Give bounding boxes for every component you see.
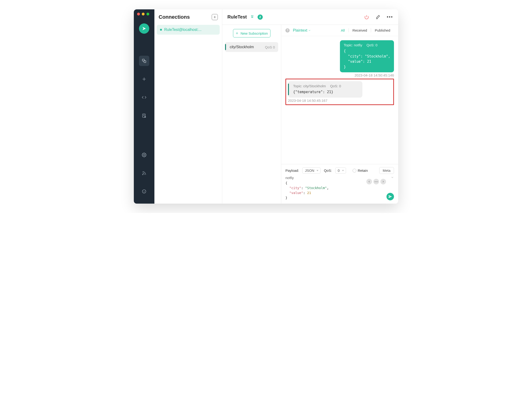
meta-button[interactable]: Meta [379, 167, 394, 174]
traffic-lights [137, 13, 149, 15]
messages-toolbar: ? Plaintext All Received Published [281, 25, 398, 36]
retain-label: Retain [358, 168, 368, 173]
close-window-button[interactable] [137, 13, 140, 15]
qos-label: QoS: [324, 168, 332, 173]
connection-label: RuleTest@localhost:... [164, 28, 202, 32]
message-payload: {"temperature": 21} [293, 90, 359, 95]
more-menu-button[interactable]: ••• [387, 14, 393, 20]
new-subscription-label: New Subscription [241, 31, 268, 35]
add-connection-button[interactable] [212, 14, 218, 20]
edit-button[interactable] [375, 15, 380, 19]
highlight-box: Topic: city/Stockholm QoS: 0 {"temperatu… [285, 79, 394, 105]
messages-panel: ? Plaintext All Received Published [281, 25, 398, 204]
connections-panel: Connections RuleTest@localhost:... [154, 9, 222, 204]
messages-stream[interactable]: Topic: notfiy QoS: 0 { "city": "Stockhol… [281, 36, 398, 164]
nav-info[interactable] [139, 186, 149, 197]
nav-connections[interactable] [139, 56, 149, 66]
nav-settings[interactable] [139, 150, 149, 160]
help-icon[interactable]: ? [285, 28, 290, 32]
nav-feed[interactable] [139, 168, 149, 178]
app-logo [139, 23, 149, 34]
message-qos: QoS: 0 [367, 43, 378, 47]
message-topic: Topic: city/Stockholm [293, 84, 326, 88]
history-prev-button[interactable] [366, 179, 372, 184]
filter-tab-published[interactable]: Published [371, 28, 394, 32]
filter-tab-received[interactable]: Received [348, 28, 371, 32]
nav-scripts[interactable] [139, 92, 149, 102]
connection-title: RuleTest [227, 14, 247, 20]
connections-title: Connections [159, 14, 190, 20]
payload-format-dropdown[interactable]: JSON [302, 167, 321, 174]
history-next-button[interactable] [380, 179, 386, 184]
message-sent: Topic: notfiy QoS: 0 { "city": "Stockhol… [340, 40, 394, 77]
nav-add[interactable] [139, 74, 149, 84]
retain-radio-icon [353, 169, 356, 173]
message-timestamp: 2023-04-18 14:50:45:167 [288, 99, 362, 102]
payload-format-select[interactable]: Plaintext [293, 28, 311, 32]
maximize-window-button[interactable] [146, 13, 149, 15]
message-topic: Topic: notfiy [344, 43, 362, 47]
send-button[interactable] [386, 193, 394, 200]
app-window: Connections RuleTest@localhost:... RuleT… [134, 9, 398, 204]
minimize-window-button[interactable] [142, 13, 145, 15]
topic-input[interactable]: notfiy [285, 176, 294, 180]
nav-rail [134, 9, 154, 204]
new-subscription-button[interactable]: New Subscription [233, 29, 270, 38]
composer: Payload: JSON QoS: 0 Retain [281, 164, 398, 204]
disconnect-button[interactable] [364, 15, 369, 19]
collapse-icon[interactable] [250, 14, 254, 20]
main-header: RuleTest 2 ••• [222, 9, 398, 25]
topic-expand-icon[interactable] [391, 176, 394, 180]
main-panel: RuleTest 2 ••• New Subscription [222, 9, 398, 204]
nav-logs[interactable] [139, 110, 149, 121]
history-nav: — [366, 179, 386, 184]
svg-point-5 [142, 174, 143, 175]
subscription-qos: QoS 0 [265, 45, 275, 49]
connection-item[interactable]: RuleTest@localhost:... [157, 25, 220, 35]
message-timestamp: 2023-04-18 14:50:45:146 [355, 73, 394, 77]
message-qos: QoS: 0 [330, 84, 341, 88]
message-received: Topic: city/Stockholm QoS: 0 {"temperatu… [288, 81, 362, 102]
message-bubble[interactable]: Topic: city/Stockholm QoS: 0 {"temperatu… [288, 81, 362, 98]
message-count-badge: 2 [258, 14, 263, 20]
message-payload: { "city": "Stockholm", "value": 21 } [344, 48, 390, 70]
svg-point-4 [144, 154, 145, 156]
subscription-item[interactable]: city/Stockholm QoS 0 [225, 42, 278, 52]
filter-tabs: All Received Published [337, 28, 394, 32]
connection-status-dot [160, 29, 162, 31]
subscriptions-panel: New Subscription city/Stockholm QoS 0 [222, 25, 281, 204]
history-clear-button[interactable]: — [373, 179, 379, 184]
filter-tab-all[interactable]: All [337, 28, 348, 32]
message-bubble[interactable]: Topic: notfiy QoS: 0 { "city": "Stockhol… [340, 40, 394, 72]
payload-label: Payload: [285, 168, 299, 173]
subscription-topic: city/Stockholm [230, 45, 254, 49]
payload-format-value: Plaintext [293, 28, 307, 32]
qos-dropdown[interactable]: 0 [335, 167, 346, 174]
retain-toggle[interactable]: Retain [353, 168, 368, 173]
